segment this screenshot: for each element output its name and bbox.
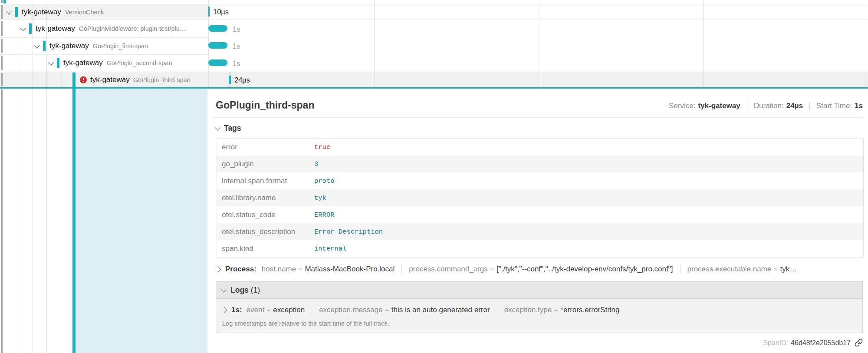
tag-value: ERROR <box>314 211 335 219</box>
tag-row: go_plugin 3 <box>217 155 863 172</box>
duration-tick[interactable] <box>208 7 210 16</box>
tag-value: proto <box>314 177 335 185</box>
duration-bar[interactable] <box>208 42 227 49</box>
separator <box>809 102 810 110</box>
service-name: tyk-gateway <box>36 24 75 33</box>
service-name: tyk-gateway <box>49 42 89 50</box>
tag-row: otel.library.name tyk <box>217 189 863 206</box>
process-value: Matiass-MacBook-Pro.local <box>305 265 395 274</box>
tag-key: error <box>217 143 314 152</box>
equals-sign <box>267 307 270 313</box>
jaeger-trace-timeline-view: tyk-gateway VersionCheck tyk-gateway GoP… <box>0 0 868 353</box>
start-time-value: 1s <box>855 102 863 110</box>
process-section-title: Process: <box>225 265 256 274</box>
span-row-first-span[interactable]: tyk-gateway GoPlugin_first-span <box>0 37 243 54</box>
chevron-down-icon[interactable] <box>6 8 12 14</box>
chevron-down-icon[interactable] <box>48 59 54 66</box>
logs-accordion-header[interactable]: Logs (1) <box>216 282 862 299</box>
tag-row: otel.status_code ERROR <box>217 206 863 223</box>
service-name: tyk-gateway <box>63 59 103 67</box>
equals-sign <box>554 307 558 313</box>
operation-name: GoPlugin_second-span <box>107 59 172 66</box>
operation-name: GoPlugin_first-span <box>93 43 148 49</box>
span-color-strip <box>29 23 32 34</box>
span-row-versioncheck[interactable]: tyk-gateway VersionCheck <box>0 4 215 20</box>
selected-span-guide <box>72 73 76 353</box>
separator <box>680 265 681 274</box>
span-color-strip <box>57 58 59 68</box>
tag-row: internal.span.format proto <box>217 172 863 189</box>
detail-left-column-bg <box>76 89 207 353</box>
duration-bar[interactable] <box>208 59 227 66</box>
process-value: ["./tyk","--conf","../tyk-develop-env/co… <box>496 265 673 274</box>
log-timestamps-note: Log timestamps are relative to the start… <box>222 320 862 327</box>
equals-sign <box>299 266 302 273</box>
chevron-right-icon <box>221 307 227 313</box>
duration-label: 1s <box>233 25 240 33</box>
equals-sign <box>385 307 389 313</box>
chevron-down-icon[interactable] <box>20 25 26 31</box>
separator <box>747 102 747 110</box>
process-value: tyk… <box>780 265 797 274</box>
error-icon <box>80 76 87 83</box>
tag-key: go_plugin <box>217 160 314 168</box>
operation-name: VersionCheck <box>65 9 104 16</box>
duration-label: 1s <box>233 59 240 68</box>
process-key: process.executable.name <box>687 265 772 274</box>
span-color-strip <box>1 0 3 3</box>
log-entry[interactable]: 1s: event exception exception.message th… <box>222 306 862 314</box>
tags-table: error true go_plugin 3 internal.span.for… <box>217 138 864 257</box>
chevron-right-icon <box>215 266 221 272</box>
separator <box>312 306 312 314</box>
duration-value: 24µs <box>786 102 803 110</box>
logs-section-title: Logs <box>230 286 249 295</box>
tags-accordion-header[interactable]: Tags <box>216 124 241 133</box>
log-field-value: exception <box>273 306 305 314</box>
deep-link-icon[interactable] <box>855 339 863 347</box>
service-name: tyk-gateway <box>22 8 61 16</box>
chevron-down-icon <box>221 287 227 292</box>
span-color-strip <box>15 7 18 17</box>
span-overview: Service: tyk-gateway Duration: 24µs Star… <box>669 102 863 110</box>
span-color-strip <box>1 89 3 353</box>
tag-value: true <box>314 143 330 151</box>
duration-label: Duration: <box>754 102 784 110</box>
duration-label: 24µs <box>234 76 250 84</box>
tag-key: span.kind <box>217 244 314 253</box>
duration-label: 10µs <box>213 8 229 16</box>
separator <box>497 306 497 314</box>
timeline-gridline <box>374 0 375 87</box>
log-field-key: event <box>247 306 265 314</box>
process-accordion-header[interactable]: Process: host.name Matiass-MacBook-Pro.l… <box>216 265 797 274</box>
header-divider <box>213 117 863 118</box>
duration-tick[interactable] <box>229 76 231 84</box>
tag-value: tyk <box>314 194 326 202</box>
span-footer: SpanID: 46d48f2e2055db17 <box>763 339 863 347</box>
service-label: Service: <box>669 102 695 110</box>
timeline-gridline <box>539 0 539 87</box>
log-timestamp: 1s: <box>231 306 242 314</box>
timeline-gridline <box>703 0 704 87</box>
tag-key: otel.status_description <box>217 228 314 236</box>
chevron-down-icon[interactable] <box>34 42 40 48</box>
span-color-strip <box>43 41 46 51</box>
span-color-strip <box>3 0 6 3</box>
logs-section: Logs (1) 1s: event exception exception.m… <box>216 281 863 333</box>
chevron-down-icon <box>215 125 220 131</box>
spanid-value: 46d48f2e2055db17 <box>791 339 851 347</box>
service-name: tyk-gateway <box>90 76 130 84</box>
logs-count: (1) <box>251 286 260 295</box>
service-value: tyk-gateway <box>698 102 740 110</box>
duration-bar[interactable] <box>208 25 227 32</box>
duration-label: 1s <box>233 42 240 50</box>
process-key: host.name <box>262 265 296 274</box>
tag-row: span.kind internal <box>217 240 863 257</box>
start-time-label: Start Time: <box>816 102 852 110</box>
log-field-key: exception.type <box>504 306 552 314</box>
operation-name: GoPlugin_third-span <box>133 76 191 83</box>
tag-value: Error Description <box>314 228 383 236</box>
tag-key: internal.span.format <box>217 177 314 185</box>
tag-row: otel.status_description Error Descriptio… <box>217 223 863 240</box>
separator <box>401 265 402 274</box>
span-row-gopluginmiddleware[interactable]: tyk-gateway GoPluginMiddleware: plugin-t… <box>0 20 229 37</box>
